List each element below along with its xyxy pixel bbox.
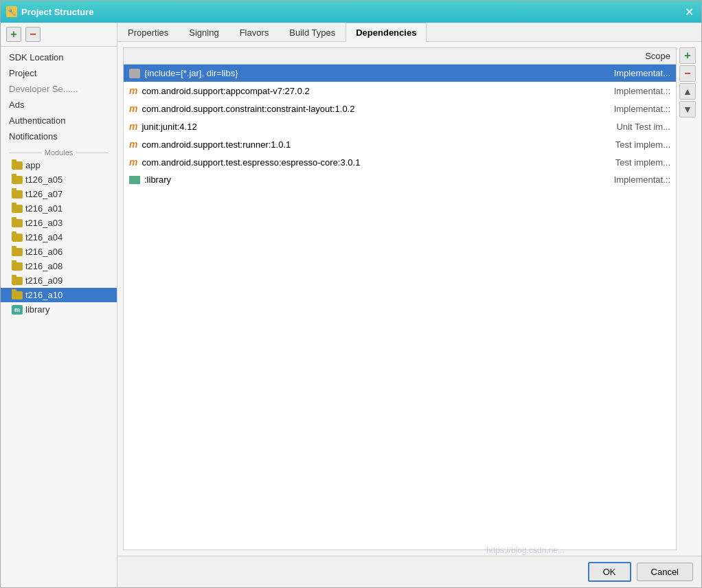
dep-cell: m junit:junit:4.12 (124, 117, 587, 135)
dependencies-table-wrapper: Scope {include=[*.jar], dir=libs} (123, 47, 677, 550)
move-up-button[interactable]: ▲ (679, 83, 696, 100)
dep-text: com.android.support.test.espresso:espres… (141, 157, 360, 168)
dep-scope: Implementat.:: (587, 171, 676, 188)
tabs-bar: Properties Signing Flavors Build Types D… (117, 23, 701, 42)
folder-icon (12, 219, 23, 227)
module-item-t216_a10[interactable]: t216_a10 (1, 288, 117, 302)
right-content-wrapper: Scope {include=[*.jar], dir=libs} (123, 47, 696, 550)
dependencies-table: Scope {include=[*.jar], dir=libs} (124, 48, 676, 188)
m-icon: m (129, 85, 137, 96)
module-label: t216_a04 (25, 232, 63, 242)
move-down-button[interactable]: ▼ (679, 101, 696, 117)
tab-dependencies[interactable]: Dependencies (346, 23, 427, 42)
table-row[interactable]: :library Implementat.:: (124, 171, 676, 188)
folder-icon (12, 205, 23, 213)
folder-icon (12, 176, 23, 184)
dep-cell: m com.android.support.test:runner:1.0.1 (124, 135, 587, 153)
table-row[interactable]: m com.android.support.test.espresso:espr… (124, 153, 676, 171)
module-item-t216_a04[interactable]: t216_a04 (1, 230, 117, 245)
table-row[interactable]: m com.android.support.constraint:constra… (124, 100, 676, 117)
module-label: t216_a10 (25, 290, 63, 300)
m-icon: m (129, 103, 137, 114)
bottom-bar: https://blog.csdn.ne... OK Cancel (117, 556, 701, 587)
m-icon: m (129, 157, 137, 168)
sidebar-item-project[interactable]: Project (1, 65, 117, 81)
dep-scope: Test implem... (587, 135, 676, 153)
table-row[interactable]: m com.android.support.test:runner:1.0.1 … (124, 135, 676, 153)
jar-icon (129, 69, 140, 78)
module-item-t216_a03[interactable]: t216_a03 (1, 216, 117, 230)
folder-icon (12, 161, 23, 170)
table-row[interactable]: m junit:junit:4.12 Unit Test im... (124, 117, 676, 135)
folder-icon (12, 277, 23, 285)
module-label: library (25, 304, 49, 315)
project-structure-dialog: 🔧 Project Structure ✕ + − SDK Location P… (0, 0, 702, 588)
module-item-t126_a05[interactable]: t126_a05 (1, 172, 117, 187)
module-item-t216_a01[interactable]: t216_a01 (1, 201, 117, 216)
remove-module-button[interactable]: − (25, 27, 41, 42)
dep-text: junit:junit:4.12 (141, 122, 196, 132)
dialog-title: Project Structure (21, 7, 682, 17)
dep-scope: Implementat... (587, 65, 676, 82)
dep-text: com.android.support.test:runner:1.0.1 (141, 139, 291, 150)
title-bar: 🔧 Project Structure ✕ (1, 1, 701, 23)
right-panel: Properties Signing Flavors Build Types D… (117, 23, 701, 587)
table-row[interactable]: m com.android.support:appcompat-v7:27.0.… (124, 82, 676, 100)
folder-icon (12, 248, 23, 256)
module-item-t216_a09[interactable]: t216_a09 (1, 273, 117, 288)
dep-text: com.android.support:appcompat-v7:27.0.2 (141, 86, 309, 96)
module-item-t216_a06[interactable]: t216_a06 (1, 245, 117, 259)
sidebar-item-ads[interactable]: Ads (1, 97, 117, 113)
close-button[interactable]: ✕ (682, 5, 696, 19)
right-action-buttons: + − ▲ ▼ (679, 47, 696, 550)
sidebar-item-sdk-location[interactable]: SDK Location (1, 49, 117, 65)
m-icon: m (129, 121, 137, 132)
module-item-library[interactable]: m library (1, 302, 117, 317)
module-icon: m (12, 305, 23, 315)
tab-properties[interactable]: Properties (117, 23, 179, 42)
add-dependency-button[interactable]: + (679, 47, 696, 64)
dep-cell: m com.android.support.test.espresso:espr… (124, 153, 587, 171)
app-icon: 🔧 (6, 6, 17, 17)
folder-icon (12, 291, 23, 299)
tab-flavors[interactable]: Flavors (229, 23, 280, 42)
module-label: t216_a01 (25, 203, 63, 214)
module-label: t216_a09 (25, 275, 63, 286)
dep-text: com.android.support.constraint:constrain… (141, 104, 354, 114)
sidebar-item-notifications[interactable]: Notifications (1, 128, 117, 144)
cancel-button[interactable]: Cancel (637, 563, 693, 581)
dep-scope: Implementat.:: (587, 100, 676, 117)
module-label: t216_a08 (25, 261, 63, 271)
scope-column-header: Scope (587, 48, 676, 65)
left-nav: SDK Location Project Developer Se...... … (1, 47, 117, 587)
dep-cell: :library (124, 171, 587, 188)
dep-scope: Unit Test im... (587, 117, 676, 135)
lib-icon (129, 176, 140, 184)
dep-cell: m com.android.support.constraint:constra… (124, 100, 587, 117)
module-item-app[interactable]: app (1, 158, 117, 172)
remove-dependency-button[interactable]: − (679, 65, 696, 82)
module-item-t126_a07[interactable]: t126_a07 (1, 187, 117, 201)
dep-column-header (124, 48, 587, 65)
ok-button[interactable]: OK (588, 562, 631, 582)
dep-scope: Test implem... (587, 153, 676, 171)
tab-build-types[interactable]: Build Types (279, 23, 346, 42)
dep-text: :library (144, 174, 171, 185)
table-row[interactable]: {include=[*.jar], dir=libs} Implementat.… (124, 65, 676, 82)
module-label: t126_a05 (25, 174, 63, 185)
dep-scope: Implementat.:: (587, 82, 676, 100)
add-module-button[interactable]: + (6, 27, 21, 42)
folder-icon (12, 262, 23, 271)
dep-cell: m com.android.support:appcompat-v7:27.0.… (124, 82, 587, 100)
module-label: t126_a07 (25, 189, 63, 199)
sidebar-item-authentication[interactable]: Authentication (1, 113, 117, 128)
module-item-t216_a08[interactable]: t216_a08 (1, 259, 117, 273)
sidebar-item-developer-services[interactable]: Developer Se...... (1, 81, 117, 97)
modules-section-header: Modules (1, 144, 117, 158)
left-panel: + − SDK Location Project Developer Se...… (1, 23, 117, 587)
dep-cell: {include=[*.jar], dir=libs} (124, 65, 587, 82)
left-toolbar: + − (1, 23, 117, 47)
module-label: app (25, 160, 41, 170)
tab-signing[interactable]: Signing (179, 23, 229, 42)
folder-icon (12, 190, 23, 199)
